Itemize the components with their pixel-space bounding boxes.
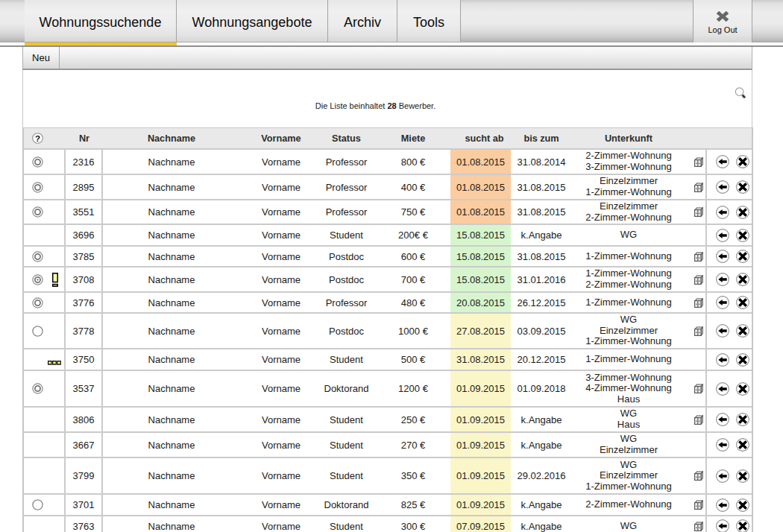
svg-text:?: ? — [35, 134, 40, 143]
